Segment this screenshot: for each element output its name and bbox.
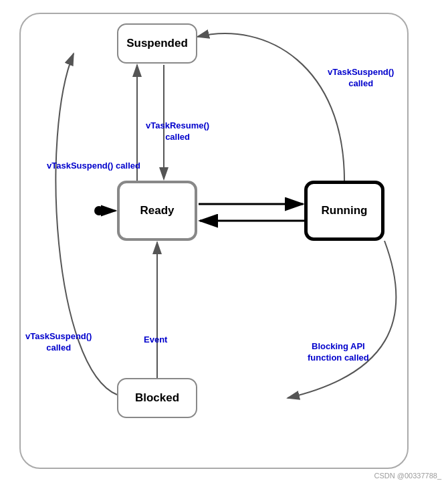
svg-point-4 [94, 206, 104, 215]
label-blocked-to-suspended: vTaskSuspend()called [25, 331, 92, 354]
blocked-label: Blocked [135, 391, 179, 405]
diagram-container: Suspended Ready Running Blocked vTaskSus… [0, 0, 448, 485]
state-running: Running [304, 181, 384, 241]
watermark: CSDN @00337788_ [374, 472, 441, 480]
state-suspended: Suspended [117, 23, 197, 64]
label-running-to-blocked: Blocking APIfunction called [308, 341, 369, 364]
ready-label: Ready [140, 204, 174, 217]
running-label: Running [322, 204, 368, 217]
state-blocked: Blocked [117, 378, 197, 418]
suspended-label: Suspended [126, 37, 188, 50]
state-ready: Ready [117, 181, 197, 241]
label-suspended-to-ready: vTaskResume()called [146, 120, 209, 143]
label-blocked-to-ready: Event [144, 334, 167, 346]
label-ready-to-suspended: vTaskSuspend() called [47, 161, 140, 172]
label-running-to-suspended: vTaskSuspend()called [328, 67, 394, 90]
